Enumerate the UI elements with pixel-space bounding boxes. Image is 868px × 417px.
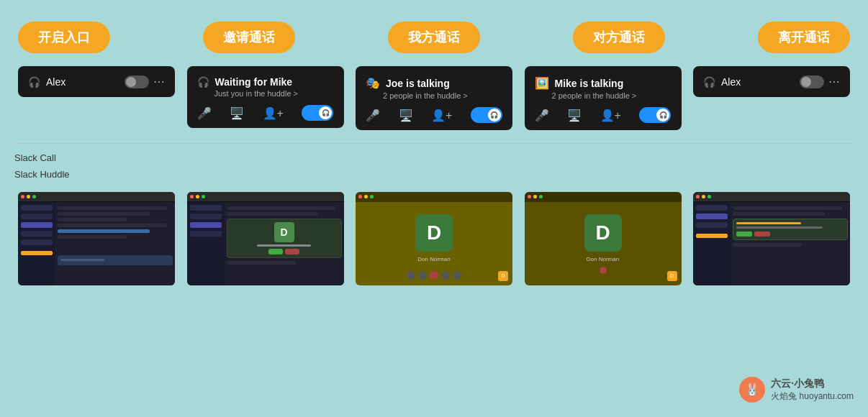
- start-card-username: Alex: [46, 76, 65, 88]
- ss1-si1: [21, 205, 53, 211]
- slack-call-label: Slack Call: [14, 150, 854, 166]
- ss1-main: [55, 202, 175, 285]
- screenshot-5: [693, 192, 850, 285]
- ss4-avatar: D: [584, 214, 622, 252]
- mike-card: 🖼️ Mike is talking 2 people in the huddl…: [525, 66, 682, 130]
- mic-icon-4[interactable]: 🎤: [535, 109, 549, 122]
- waiting-card-title: Waiting for Mike: [215, 76, 293, 88]
- ss2-name: [257, 244, 311, 247]
- toggle-circle-2: 🎧: [319, 106, 332, 119]
- ss5-notify-msg: [736, 226, 823, 229]
- ss2-si2: [190, 214, 222, 219]
- cards-row: 🎧 Alex ⋯ 🎧 Waiting for Mike Just you in …: [14, 66, 854, 130]
- ss4-badge: D: [667, 271, 677, 281]
- ss3-btn5: [453, 271, 461, 280]
- invite-icon-2[interactable]: 👤+: [263, 106, 284, 120]
- ss1-line2: [58, 212, 150, 216]
- waiting-card-header: 🎧 Waiting for Mike: [197, 76, 334, 88]
- toggle-circle: [126, 77, 136, 87]
- ss5-btn-accept: [736, 232, 752, 237]
- ss3-video: D Don Norman D: [356, 192, 512, 285]
- ss1-line5: [58, 229, 150, 233]
- mic-icon-2[interactable]: 🎤: [197, 106, 212, 120]
- ss2-sidebar: [187, 202, 225, 285]
- screen-icon-3[interactable]: 🖥️: [399, 109, 413, 122]
- label-my-call: 我方通话: [388, 22, 480, 53]
- screenshot-4: D Don Norman D: [525, 192, 682, 285]
- ss1-sidebar: [18, 202, 55, 285]
- ss5-line1: [733, 206, 842, 210]
- ss5-si1: [696, 205, 728, 211]
- watermark-icon: 🐰: [739, 377, 765, 403]
- watermark-text: 六云·小兔鸭 火焰兔 huoyantu.com: [771, 377, 854, 403]
- mic-icon-3[interactable]: 🎤: [366, 109, 380, 122]
- ss5-main: [731, 202, 850, 285]
- waiting-card-sub: Just you in the huddle >: [214, 89, 334, 98]
- dot-r5: [696, 195, 700, 198]
- label-open-entry: 开启入口: [18, 22, 110, 53]
- start-card-controls: ⋯: [125, 75, 165, 88]
- ss1-si3: [21, 222, 53, 228]
- label-invite-call: 邀请通话: [203, 22, 295, 53]
- ss2-btns: [230, 249, 338, 255]
- avatar-mike: 🖼️: [535, 76, 549, 90]
- ss1-spacer: [58, 241, 173, 255]
- end-card: 🎧 Alex ⋯: [693, 66, 850, 97]
- dot-red-2: [190, 195, 194, 198]
- invite-icon-4[interactable]: 👤+: [600, 109, 621, 122]
- watermark-brand: 火焰兔 huoyantu.com: [771, 390, 854, 403]
- toggle-mike[interactable]: 🎧: [639, 107, 671, 123]
- label-other-call: 对方通话: [573, 22, 665, 53]
- headphone-icon-1: 🎧: [28, 76, 40, 88]
- toggle-waiting[interactable]: 🎧: [302, 105, 333, 121]
- dot-green-2: [202, 195, 205, 198]
- ss2-btn-decline: [285, 249, 299, 255]
- toggle-start[interactable]: [125, 75, 149, 88]
- mike-card-controls: 🎤 🖥️ 👤+ 🎧: [535, 107, 672, 123]
- ss5-notify-btns: [736, 232, 844, 237]
- more-icon-1[interactable]: ⋯: [153, 75, 165, 88]
- screen-icon-4[interactable]: 🖥️: [567, 109, 582, 122]
- more-icon-5[interactable]: ⋯: [828, 75, 840, 88]
- joe-card-sub: 2 people in the huddle >: [383, 91, 502, 100]
- dot-y5: [702, 195, 705, 198]
- toggle-circle-4: 🎧: [656, 109, 669, 122]
- ss5-notify: [733, 219, 848, 240]
- watermark: 🐰 六云·小兔鸭 火焰兔 huoyantu.com: [739, 377, 854, 403]
- screenshot-1: [18, 192, 175, 285]
- ss5-si2: [696, 214, 728, 219]
- ss5-btn-dismiss: [754, 232, 770, 237]
- toggle-circle-3: 🎧: [488, 109, 501, 122]
- ss1-topbar: [18, 192, 175, 202]
- page-wrapper: 开启入口 邀请通话 我方通话 对方通话 离开通话 🎧 Alex ⋯ 🎧 Wait…: [0, 0, 868, 300]
- toggle-end[interactable]: [800, 75, 824, 88]
- ss1-si4: [21, 231, 53, 237]
- waiting-card: 🎧 Waiting for Mike Just you in the huddl…: [187, 66, 344, 128]
- headphone-icon-5: 🎧: [703, 76, 715, 88]
- dot-yellow-2: [196, 195, 199, 198]
- ss4-name: Don Norman: [587, 256, 619, 262]
- headphone-icon-2: 🎧: [197, 76, 209, 88]
- ss1-si5: [21, 239, 53, 245]
- ss1-body: [18, 202, 175, 285]
- end-card-controls: ⋯: [800, 75, 840, 88]
- ss3-controls: [407, 271, 461, 280]
- ss2-inner: D: [187, 192, 344, 285]
- label-row: 开启入口 邀请通话 我方通话 对方通话 离开通话: [14, 22, 854, 53]
- invite-icon-3[interactable]: 👤+: [431, 109, 452, 122]
- dot-g5: [707, 195, 711, 198]
- ss1-line4: [58, 224, 167, 227]
- screenshot-3: D Don Norman D: [356, 192, 512, 285]
- end-card-username: Alex: [721, 76, 741, 88]
- joe-card-controls: 🎤 🖥️ 👤+ 🎧: [366, 107, 502, 123]
- ss2-line3: [227, 261, 296, 265]
- ss5-sidebar: [693, 202, 731, 285]
- ss1-line1: [58, 206, 167, 210]
- screenshots-row: D: [14, 192, 854, 285]
- dot-green: [32, 195, 36, 198]
- section-labels: Slack Call Slack Huddle: [14, 143, 854, 183]
- screen-icon-2[interactable]: 🖥️: [230, 106, 244, 120]
- toggle-joe[interactable]: 🎧: [471, 107, 502, 123]
- start-card-left: 🎧 Alex: [28, 76, 65, 88]
- ss2-line1: [227, 206, 336, 210]
